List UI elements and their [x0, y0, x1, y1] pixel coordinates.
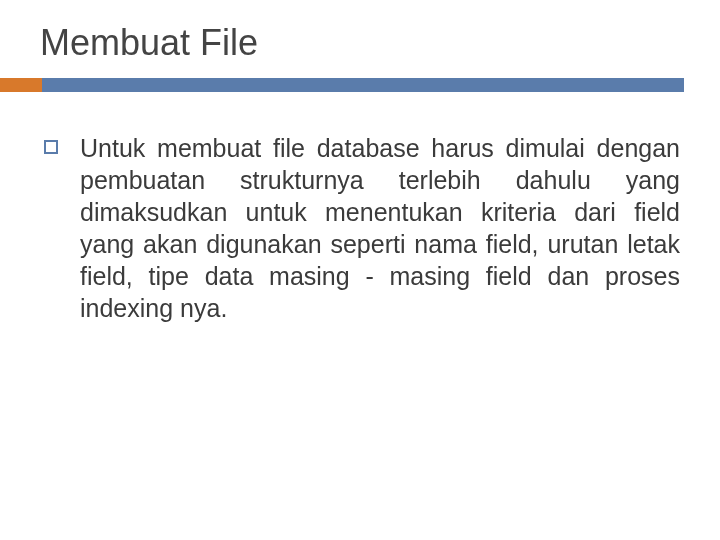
- title-divider: [0, 78, 720, 92]
- content-area: Untuk membuat file database harus dimula…: [36, 132, 684, 324]
- divider-accent-orange: [0, 78, 42, 92]
- divider-accent-blue: [42, 78, 684, 92]
- bullet-item: Untuk membuat file database harus dimula…: [44, 132, 680, 324]
- bullet-square-icon: [44, 140, 58, 154]
- slide: Membuat File Untuk membuat file database…: [0, 0, 720, 540]
- bullet-text: Untuk membuat file database harus dimula…: [80, 132, 680, 324]
- slide-title: Membuat File: [40, 22, 684, 64]
